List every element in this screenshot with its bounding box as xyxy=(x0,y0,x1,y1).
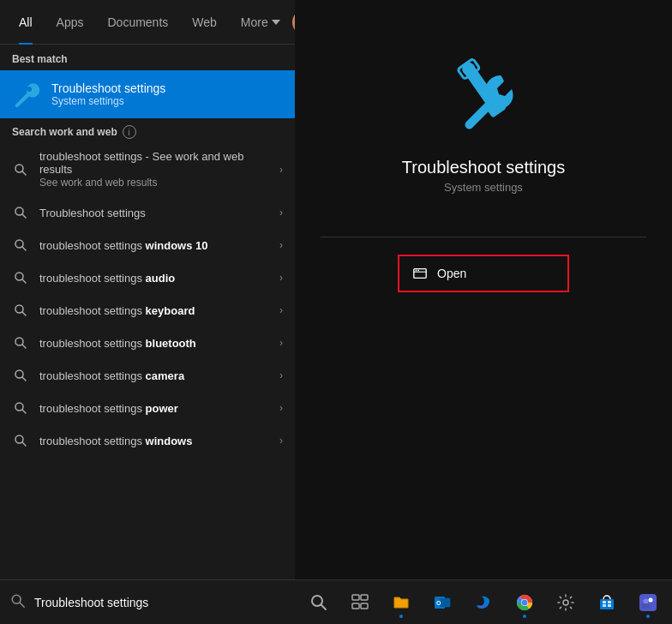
taskbar: O xyxy=(295,579,672,624)
result-text-0: troubleshoot settings - See work and web… xyxy=(39,150,279,189)
svg-line-10 xyxy=(22,214,26,218)
taskbar-edge-btn[interactable] xyxy=(465,584,502,621)
svg-rect-42 xyxy=(440,598,450,607)
best-match-title: Troubleshoot settings xyxy=(51,81,165,95)
taskbar-teams-btn[interactable] xyxy=(629,584,667,621)
svg-rect-49 xyxy=(603,601,606,603)
taskbar-settings-svg xyxy=(556,593,575,612)
right-panel-subtitle: System settings xyxy=(444,181,523,194)
svg-line-12 xyxy=(22,247,26,250)
best-match-label: Best match xyxy=(0,45,295,70)
taskbar-explorer-btn[interactable] xyxy=(382,584,420,621)
svg-point-46 xyxy=(522,599,528,605)
chrome-active-dot xyxy=(523,615,526,618)
svg-rect-40 xyxy=(361,603,368,609)
right-panel: Troubleshoot settings System settings Op… xyxy=(295,0,672,624)
divider xyxy=(321,237,646,237)
search-svg-1 xyxy=(14,206,27,219)
chevron-down-icon xyxy=(272,18,280,27)
result-troubleshoot-settings[interactable]: Troubleshoot settings › xyxy=(0,196,295,229)
taskbar-outlook-svg: O xyxy=(433,593,452,612)
taskbar-chrome-svg xyxy=(515,593,534,612)
see-work-subtitle: See work and web results xyxy=(39,177,279,189)
result-audio[interactable]: troubleshoot settings audio › xyxy=(0,261,295,294)
result-arrow-3: › xyxy=(279,272,283,284)
result-windows[interactable]: troubleshoot settings windows › xyxy=(0,424,295,457)
wrench-icon-large-v2 xyxy=(449,69,518,137)
svg-line-20 xyxy=(22,377,26,381)
svg-point-54 xyxy=(649,597,653,602)
taskbar-teams-svg xyxy=(639,593,657,612)
search-icon-0 xyxy=(12,161,29,178)
svg-rect-52 xyxy=(608,604,611,607)
result-arrow-2: › xyxy=(279,239,283,251)
result-bluetooth[interactable]: troubleshoot settings bluetooth › xyxy=(0,327,295,359)
svg-line-8 xyxy=(22,171,26,175)
open-label: Open xyxy=(437,267,466,280)
taskbar-settings-btn[interactable] xyxy=(547,584,585,621)
svg-line-22 xyxy=(22,410,26,413)
result-windows-10[interactable]: troubleshoot settings windows 10 › xyxy=(0,229,295,261)
svg-point-55 xyxy=(644,598,649,603)
search-icon-7 xyxy=(12,399,29,417)
result-arrow-4: › xyxy=(279,304,283,316)
search-svg-8 xyxy=(14,434,27,447)
svg-line-24 xyxy=(22,442,26,446)
search-icon-3 xyxy=(12,269,29,286)
taskbar-explorer-svg xyxy=(392,593,411,612)
search-svg-0 xyxy=(14,163,27,177)
svg-point-47 xyxy=(563,600,568,605)
best-match-subtitle: System settings xyxy=(51,95,165,107)
open-button[interactable]: Open xyxy=(398,255,569,292)
best-match-item[interactable]: Troubleshoot settings System settings xyxy=(0,70,295,118)
tab-more[interactable]: More xyxy=(229,0,292,45)
result-text-1: Troubleshoot settings xyxy=(39,207,279,219)
svg-line-36 xyxy=(321,604,327,609)
svg-rect-48 xyxy=(600,599,614,609)
result-arrow-6: › xyxy=(279,369,283,381)
info-icon[interactable]: i xyxy=(123,125,136,139)
result-text-6: troubleshoot settings camera xyxy=(39,369,279,382)
svg-rect-38 xyxy=(361,595,368,600)
svg-line-14 xyxy=(22,279,26,283)
tab-all[interactable]: All xyxy=(7,0,45,45)
results-list: troubleshoot settings - See work and web… xyxy=(0,142,295,624)
result-text-3: troubleshoot settings audio xyxy=(39,272,279,285)
taskbar-search-btn[interactable] xyxy=(300,584,338,621)
search-icon-6 xyxy=(12,367,29,384)
taskbar-taskview-btn[interactable] xyxy=(341,584,379,621)
result-text-4: troubleshoot settings keyboard xyxy=(39,304,279,317)
tab-documents[interactable]: Documents xyxy=(95,0,180,45)
result-arrow-7: › xyxy=(279,402,283,414)
search-icon-2 xyxy=(12,237,29,254)
result-see-work-web[interactable]: troubleshoot settings - See work and web… xyxy=(0,142,295,196)
result-camera[interactable]: troubleshoot settings camera › xyxy=(0,359,295,392)
svg-rect-37 xyxy=(352,595,359,600)
svg-text:O: O xyxy=(436,600,441,606)
explorer-active-dot xyxy=(399,615,403,618)
taskbar-chrome-btn[interactable] xyxy=(506,584,543,621)
search-icon-8 xyxy=(12,432,29,449)
tab-apps[interactable]: Apps xyxy=(45,0,96,45)
search-bar[interactable] xyxy=(0,579,295,624)
best-match-text: Troubleshoot settings System settings xyxy=(51,81,165,107)
result-text-2: troubleshoot settings windows 10 xyxy=(39,239,279,252)
taskbar-search-svg xyxy=(309,593,328,612)
wrench-icon-small xyxy=(12,79,43,110)
result-arrow-8: › xyxy=(279,435,283,447)
taskbar-store-btn[interactable] xyxy=(588,584,626,621)
svg-line-18 xyxy=(22,345,26,348)
search-input[interactable] xyxy=(34,596,285,609)
taskbar-store-svg xyxy=(597,593,616,612)
taskbar-outlook-btn[interactable]: O xyxy=(423,584,461,621)
result-text-5: troubleshoot settings bluetooth xyxy=(39,337,279,350)
svg-line-16 xyxy=(22,312,26,315)
window-svg xyxy=(412,266,428,281)
result-power[interactable]: troubleshoot settings power › xyxy=(0,392,295,424)
result-keyboard[interactable]: troubleshoot settings keyboard › xyxy=(0,294,295,327)
tab-bar: All Apps Documents Web More xyxy=(0,0,295,45)
svg-rect-39 xyxy=(352,603,359,609)
result-arrow-1: › xyxy=(279,207,283,219)
search-icon-1 xyxy=(12,204,29,221)
tab-web[interactable]: Web xyxy=(180,0,229,45)
